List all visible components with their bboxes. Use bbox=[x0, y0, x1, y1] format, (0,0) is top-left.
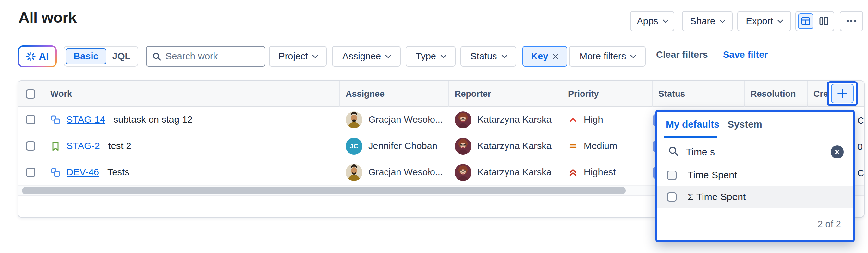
search-work-box bbox=[146, 46, 266, 66]
detail-view-icon bbox=[819, 16, 829, 26]
save-filter-button[interactable]: Save filter bbox=[723, 49, 768, 60]
export-button-label: Export bbox=[746, 16, 773, 27]
work-item-key-link[interactable]: DEV-46 bbox=[66, 167, 99, 178]
project-filter-dropdown[interactable]: Project bbox=[269, 46, 327, 66]
reporter-name: Katarzyna Karska bbox=[477, 167, 552, 178]
avatar bbox=[455, 164, 471, 181]
column-header-created[interactable]: Cre bbox=[813, 81, 828, 107]
column-header-status[interactable]: Status bbox=[658, 81, 685, 107]
more-filters-dropdown[interactable]: More filters bbox=[569, 46, 646, 66]
column-header-resolution[interactable]: Resolution bbox=[750, 81, 796, 107]
ai-sparkle-icon bbox=[26, 52, 36, 61]
status-filter-label: Status bbox=[470, 51, 497, 62]
query-mode-switcher: Basic JQL bbox=[64, 46, 138, 66]
plus-icon bbox=[836, 87, 849, 100]
chevron-down-icon bbox=[630, 52, 636, 58]
row-checkbox[interactable] bbox=[26, 133, 35, 159]
clear-search-button[interactable] bbox=[831, 145, 844, 159]
work-item-key-link[interactable]: STAG-14 bbox=[66, 114, 105, 125]
search-icon bbox=[152, 52, 162, 61]
column-option-sum-time-spent[interactable]: Σ Time Spent bbox=[657, 186, 853, 208]
search-icon bbox=[668, 145, 679, 157]
avatar: JC bbox=[346, 138, 363, 154]
close-icon bbox=[834, 149, 840, 155]
table-view-icon bbox=[801, 16, 811, 26]
view-toggle-group bbox=[795, 11, 834, 31]
chevron-down-icon bbox=[501, 52, 507, 58]
reporter-name: Katarzyna Karska bbox=[477, 141, 552, 151]
chevron-down-icon bbox=[385, 52, 391, 58]
horizontal-scrollbar-thumb[interactable] bbox=[22, 187, 626, 194]
avatar bbox=[455, 111, 471, 128]
more-options-button[interactable] bbox=[840, 11, 863, 31]
option-label: Σ Time Spent bbox=[688, 191, 746, 202]
work-item-key-link[interactable]: STAG-2 bbox=[66, 141, 100, 151]
chevron-down-icon bbox=[777, 17, 783, 23]
created-value-fragment: C bbox=[857, 168, 864, 179]
priority-label: Medium bbox=[584, 141, 617, 151]
type-filter-dropdown[interactable]: Type bbox=[406, 46, 456, 66]
highest-priority-icon bbox=[568, 168, 578, 177]
detail-view-toggle[interactable] bbox=[816, 13, 832, 29]
priority-label: Highest bbox=[584, 167, 616, 178]
assignee-filter-dropdown[interactable]: Assignee bbox=[332, 46, 401, 66]
chevron-down-icon bbox=[719, 17, 725, 23]
high-priority-icon bbox=[568, 115, 578, 125]
chevron-down-icon bbox=[662, 17, 669, 23]
option-label: Time Spent bbox=[688, 170, 737, 180]
subtask-icon bbox=[50, 167, 61, 178]
column-header-work[interactable]: Work bbox=[50, 81, 72, 107]
add-column-focus-ring bbox=[827, 81, 858, 106]
share-button[interactable]: Share bbox=[682, 11, 733, 31]
work-item-summary: Tests bbox=[107, 167, 129, 178]
key-filter-label: Key bbox=[531, 51, 548, 62]
clear-filters-button[interactable]: Clear filters bbox=[656, 49, 708, 60]
work-item-summary: subtask on stag 12 bbox=[114, 114, 192, 125]
subtask-icon bbox=[50, 115, 61, 125]
key-filter-chip[interactable]: Key bbox=[522, 46, 567, 66]
column-search-input[interactable] bbox=[686, 144, 809, 161]
tab-system[interactable]: System bbox=[727, 119, 762, 130]
column-option-time-spent[interactable]: Time Spent bbox=[657, 164, 853, 186]
assignee-name: Gracjan Wesoło... bbox=[368, 167, 443, 178]
add-column-button[interactable] bbox=[831, 84, 854, 103]
ellipsis-icon bbox=[846, 20, 857, 23]
column-header-assignee[interactable]: Assignee bbox=[346, 81, 384, 107]
column-header-priority[interactable]: Priority bbox=[568, 81, 599, 107]
ai-button-label: AI bbox=[39, 51, 49, 62]
apps-button[interactable]: Apps bbox=[630, 11, 674, 31]
table-view-toggle[interactable] bbox=[798, 13, 813, 29]
search-work-input[interactable] bbox=[165, 51, 250, 62]
row-checkbox[interactable] bbox=[26, 160, 35, 185]
project-filter-label: Project bbox=[278, 51, 308, 62]
assignee-filter-label: Assignee bbox=[342, 51, 381, 62]
page-title: All work bbox=[19, 8, 76, 26]
option-checkbox[interactable] bbox=[667, 170, 677, 180]
mode-basic-tab[interactable]: Basic bbox=[66, 48, 106, 64]
assignee-name: Gracjan Wesoło... bbox=[368, 114, 443, 125]
column-picker-popup: My defaults System Time Spent Σ Time Spe… bbox=[655, 110, 855, 242]
avatar bbox=[346, 164, 363, 181]
share-button-label: Share bbox=[690, 16, 715, 27]
result-count: 2 of 2 bbox=[817, 219, 841, 230]
type-filter-label: Type bbox=[416, 51, 436, 62]
select-all-checkbox[interactable] bbox=[26, 81, 35, 107]
option-checkbox[interactable] bbox=[667, 192, 677, 202]
remove-filter-icon[interactable] bbox=[552, 53, 559, 60]
table-header-row: Work Assignee Reporter Priority Status R… bbox=[18, 81, 864, 107]
medium-priority-icon bbox=[568, 141, 578, 151]
status-filter-dropdown[interactable]: Status bbox=[460, 46, 516, 66]
tab-my-defaults[interactable]: My defaults bbox=[666, 119, 719, 130]
ai-button[interactable]: AI bbox=[18, 46, 57, 67]
active-tab-indicator bbox=[664, 136, 717, 138]
column-header-reporter[interactable]: Reporter bbox=[455, 81, 491, 107]
chevron-down-icon bbox=[312, 52, 318, 58]
export-button[interactable]: Export bbox=[737, 11, 791, 31]
more-filters-label: More filters bbox=[580, 51, 626, 62]
all-work-page: All work Apps Share Export bbox=[0, 0, 868, 253]
mode-jql-tab[interactable]: JQL bbox=[106, 51, 136, 62]
created-value-fragment: C bbox=[857, 115, 864, 126]
row-checkbox[interactable] bbox=[26, 107, 35, 133]
created-value-fragment: 0 bbox=[857, 142, 863, 152]
chevron-down-icon bbox=[440, 52, 446, 58]
